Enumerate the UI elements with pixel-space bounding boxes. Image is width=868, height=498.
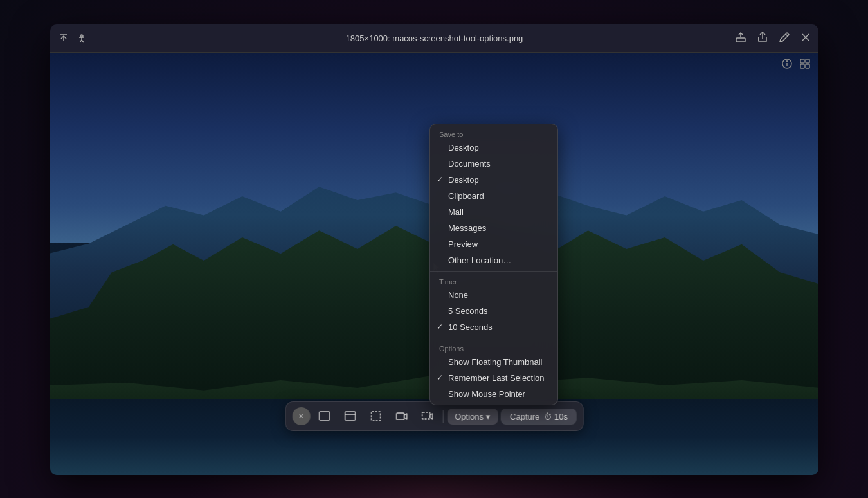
menu-item-desktop-1[interactable]: Desktop xyxy=(430,140,557,156)
grid-icon[interactable] xyxy=(799,58,811,72)
svg-rect-14 xyxy=(800,64,804,68)
title-bar: 1805×1000: macos-screenshot-tool-options… xyxy=(50,24,818,53)
svg-rect-15 xyxy=(806,64,809,68)
title-bar-right xyxy=(735,32,811,46)
info-icon[interactable] xyxy=(781,58,793,72)
pin-icon[interactable] xyxy=(76,33,87,44)
close-icon[interactable] xyxy=(800,32,811,45)
svg-rect-16 xyxy=(319,412,329,420)
capture-label: Capture xyxy=(510,412,539,421)
video-fullscreen-icon xyxy=(395,410,408,423)
svg-rect-21 xyxy=(422,412,429,419)
menu-item-none[interactable]: None xyxy=(430,287,557,303)
timer-section-label: Timer xyxy=(430,274,557,287)
options-dropdown-menu: Save to Desktop Documents Desktop Clipbo… xyxy=(429,124,558,405)
menu-item-desktop-checked[interactable]: Desktop xyxy=(430,172,557,188)
video-selection-button[interactable] xyxy=(415,406,439,427)
svg-line-6 xyxy=(786,34,788,36)
menu-item-10-seconds[interactable]: 10 Seconds xyxy=(430,319,557,335)
options-section-label: Options xyxy=(430,341,557,354)
export-icon[interactable] xyxy=(735,32,746,46)
image-controls xyxy=(781,58,811,72)
selection-capture-button[interactable] xyxy=(364,406,387,427)
video-selection-icon xyxy=(420,410,433,423)
menu-item-preview[interactable]: Preview xyxy=(430,236,557,252)
svg-rect-13 xyxy=(806,59,809,63)
image-area: Save to Desktop Documents Desktop Clipbo… xyxy=(50,53,818,475)
window-icon xyxy=(343,410,356,423)
menu-item-mail[interactable]: Mail xyxy=(430,204,557,220)
share-icon[interactable] xyxy=(757,32,768,46)
capture-button[interactable]: Capture ⏱ 10s xyxy=(501,409,577,425)
fullscreen-icon xyxy=(318,410,330,423)
selection-icon xyxy=(369,410,382,423)
svg-rect-17 xyxy=(345,412,355,420)
save-to-section-label: Save to xyxy=(430,127,557,140)
edit-icon[interactable] xyxy=(779,32,790,46)
menu-item-documents[interactable]: Documents xyxy=(430,156,557,172)
window-capture-button[interactable] xyxy=(338,406,361,427)
app-window: 1805×1000: macos-screenshot-tool-options… xyxy=(50,24,818,475)
options-button[interactable]: Options ▾ xyxy=(447,409,498,425)
svg-rect-3 xyxy=(736,38,745,42)
fullscreen-capture-button[interactable] xyxy=(312,406,336,427)
toolbar-close-button[interactable]: × xyxy=(292,407,310,425)
menu-item-messages[interactable]: Messages xyxy=(430,220,557,236)
close-x-icon: × xyxy=(299,412,303,421)
menu-item-clipboard[interactable]: Clipboard xyxy=(430,188,557,204)
separator-2 xyxy=(430,338,557,338)
options-label: Options xyxy=(455,412,484,421)
toolbar-separator xyxy=(442,410,443,423)
svg-point-11 xyxy=(786,61,788,62)
screenshot-toolbar: × xyxy=(285,401,584,431)
menu-item-show-mouse-pointer[interactable]: Show Mouse Pointer xyxy=(430,386,557,402)
svg-rect-19 xyxy=(371,412,380,421)
svg-rect-12 xyxy=(800,59,804,63)
capture-timer-label: ⏱ 10s xyxy=(543,412,568,421)
separator-1 xyxy=(430,271,557,272)
title-bar-left xyxy=(58,33,87,44)
video-fullscreen-button[interactable] xyxy=(390,406,413,427)
menu-item-show-floating-thumbnail[interactable]: Show Floating Thumbnail xyxy=(430,354,557,370)
svg-rect-20 xyxy=(396,413,404,420)
scroll-top-icon[interactable] xyxy=(58,33,69,44)
chevron-down-icon: ▾ xyxy=(486,412,491,421)
menu-item-remember-last-selection[interactable]: Remember Last Selection xyxy=(430,370,557,386)
menu-item-5-seconds[interactable]: 5 Seconds xyxy=(430,303,557,319)
menu-item-other-location[interactable]: Other Location… xyxy=(430,252,557,268)
window-title: 1805×1000: macos-screenshot-tool-options… xyxy=(346,33,523,43)
